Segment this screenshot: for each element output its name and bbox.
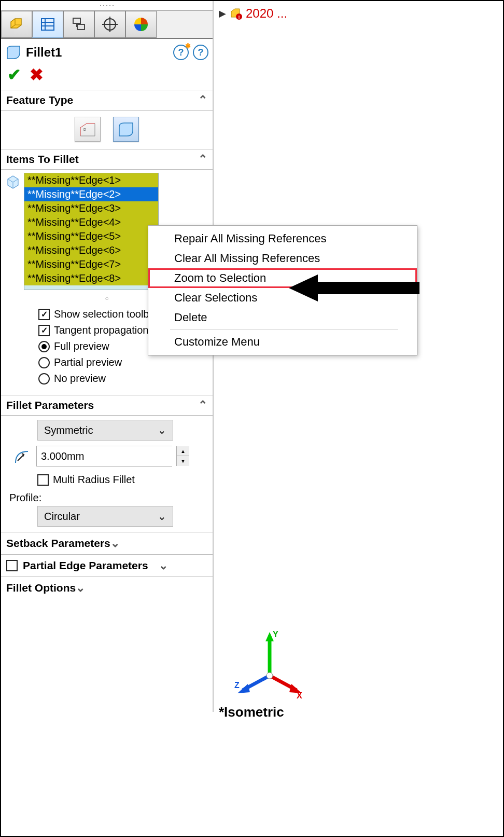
edge-selection-list[interactable]: **Missing**Edge<1> **Missing**Edge<2> **… xyxy=(24,173,159,290)
svg-point-25 xyxy=(267,673,273,679)
spin-down-button[interactable]: ▼ xyxy=(177,456,189,466)
svg-text:X: X xyxy=(297,691,302,700)
radius-field[interactable] xyxy=(37,446,176,466)
svg-text:!: ! xyxy=(239,15,240,20)
radio-icon xyxy=(38,357,50,368)
menu-customize[interactable]: Customize Menu xyxy=(148,332,417,352)
svg-rect-0 xyxy=(41,19,54,30)
section-label: Items To Fillet xyxy=(6,153,79,166)
fillet-type-constant[interactable]: D xyxy=(75,117,101,142)
svg-text:D: D xyxy=(83,128,86,131)
list-item[interactable]: **Missing**Edge<1> xyxy=(24,173,158,187)
face-fillet-icon xyxy=(117,120,135,138)
graphics-tree-node[interactable]: ▶ ! 2020 ... xyxy=(219,6,287,21)
feature-manager-icon xyxy=(8,16,25,33)
manager-tabs xyxy=(1,10,213,39)
view-orientation-label: *Isometric xyxy=(219,704,284,720)
constant-fillet-icon: D xyxy=(78,120,97,138)
tab-property-manager[interactable] xyxy=(32,11,63,38)
tree-node-label: 2020 ... xyxy=(246,6,287,21)
section-feature-type[interactable]: Feature Type ⌃ xyxy=(1,90,213,111)
svg-rect-5 xyxy=(77,24,85,30)
section-label: Feature Type xyxy=(6,94,73,106)
section-label: Setback Parameters xyxy=(6,537,110,550)
list-item[interactable]: **Missing**Edge<3> xyxy=(24,201,158,215)
profile-label: Profile: xyxy=(5,488,208,506)
radius-input[interactable]: ▲ ▼ xyxy=(36,446,172,466)
tab-dimxpert[interactable] xyxy=(94,11,125,38)
fillet-feature-icon xyxy=(5,44,22,61)
section-setback-parameters[interactable]: Setback Parameters ⌄ xyxy=(1,532,213,554)
chevron-up-icon[interactable]: ⌃ xyxy=(198,93,207,107)
confirm-row: ✔ ✖ xyxy=(1,63,213,90)
list-item[interactable]: **Missing**Edge<8> xyxy=(24,271,158,285)
part-error-icon: ! xyxy=(229,7,243,20)
view-triad[interactable]: Y X Z xyxy=(233,629,306,702)
whats-new-button[interactable]: ? xyxy=(173,45,189,60)
chevron-up-icon[interactable]: ⌃ xyxy=(198,399,207,412)
property-manager-icon xyxy=(39,16,57,33)
section-label: Fillet Options xyxy=(6,582,76,594)
dimxpert-icon xyxy=(101,16,119,33)
section-fillet-parameters[interactable]: Fillet Parameters ⌃ xyxy=(1,395,213,416)
svg-text:Z: Z xyxy=(234,681,240,690)
menu-delete[interactable]: Delete xyxy=(148,308,417,327)
partial-preview-radio[interactable]: Partial preview xyxy=(38,354,213,371)
annotation-arrow-icon xyxy=(289,272,424,304)
radio-icon xyxy=(38,341,50,352)
panel-drag-handle[interactable] xyxy=(1,1,213,10)
list-item[interactable]: **Missing**Edge<2> xyxy=(24,187,158,201)
spin-up-button[interactable]: ▲ xyxy=(177,446,189,456)
list-item[interactable]: **Missing**Edge<5> xyxy=(24,229,158,243)
chevron-down-icon[interactable]: ⌄ xyxy=(76,581,85,595)
symmetric-dropdown[interactable]: Symmetric ⌄ xyxy=(37,420,173,441)
section-partial-edge-parameters[interactable]: Partial Edge Parameters ⌄ xyxy=(1,554,213,577)
list-item[interactable]: **Missing**Edge<4> xyxy=(24,215,158,229)
svg-text:Y: Y xyxy=(273,630,278,639)
radius-icon xyxy=(13,447,31,465)
config-manager-icon xyxy=(70,16,88,33)
feature-header: Fillet1 ? ? xyxy=(1,39,213,63)
chevron-down-icon: ⌄ xyxy=(158,424,166,436)
display-manager-icon xyxy=(132,16,150,33)
menu-repair-all[interactable]: Repair All Missing References xyxy=(148,229,417,249)
section-label: Fillet Parameters xyxy=(6,399,94,411)
checkbox-icon xyxy=(38,325,50,336)
svg-marker-15 xyxy=(289,275,419,301)
chevron-down-icon: ⌄ xyxy=(158,510,166,523)
tab-configuration-manager[interactable] xyxy=(63,11,94,38)
feature-title: Fillet1 xyxy=(26,45,169,60)
profile-dropdown[interactable]: Circular ⌄ xyxy=(37,506,173,527)
tab-display-manager[interactable] xyxy=(125,11,157,38)
checkbox-icon xyxy=(37,474,49,486)
property-manager-panel: Fillet1 ? ? ✔ ✖ Feature Type ⌃ D Items T… xyxy=(1,1,214,712)
section-label: Partial Edge Parameters xyxy=(23,559,148,572)
cancel-button[interactable]: ✖ xyxy=(30,65,44,85)
fillet-type-face[interactable] xyxy=(113,117,139,142)
list-item[interactable]: **Missing**Edge<7> xyxy=(24,257,158,271)
multi-radius-checkbox[interactable]: Multi Radius Fillet xyxy=(5,472,208,488)
chevron-down-icon[interactable]: ⌄ xyxy=(159,559,168,572)
section-items-to-fillet[interactable]: Items To Fillet ⌃ xyxy=(1,149,213,170)
chevron-down-icon[interactable]: ⌄ xyxy=(110,537,120,550)
selection-filter-icon[interactable] xyxy=(5,174,21,189)
ok-button[interactable]: ✔ xyxy=(7,65,21,85)
checkbox-icon[interactable] xyxy=(6,560,18,571)
menu-clear-all[interactable]: Clear All Missing References xyxy=(148,249,417,268)
radio-icon xyxy=(38,373,50,385)
help-button[interactable]: ? xyxy=(193,45,208,60)
svg-rect-4 xyxy=(73,18,80,23)
no-preview-radio[interactable]: No preview xyxy=(38,371,213,387)
list-item[interactable]: **Missing**Edge<6> xyxy=(24,243,158,257)
checkbox-icon xyxy=(38,309,50,320)
chevron-up-icon[interactable]: ⌃ xyxy=(198,153,207,166)
section-fillet-options[interactable]: Fillet Options ⌄ xyxy=(1,577,213,599)
tab-feature-manager[interactable] xyxy=(1,11,32,38)
